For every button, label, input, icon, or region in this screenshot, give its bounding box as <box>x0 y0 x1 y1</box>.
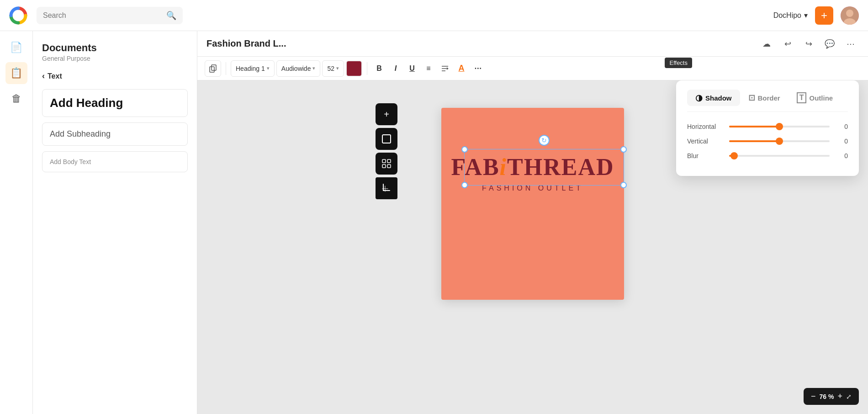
canvas-design: ↻ FABiTHREAD FASHION OUTLET <box>441 108 624 300</box>
sidebar-item-document[interactable]: 📄 <box>5 37 27 58</box>
vertical-slider-row: Vertical 0 <box>687 138 848 145</box>
svg-rect-12 <box>382 159 386 163</box>
topbar-right: DocHipo ▾ + <box>773 6 859 25</box>
font-size-select[interactable]: 52 ▾ <box>322 60 344 77</box>
rotate-handle[interactable]: ↻ <box>539 135 550 146</box>
vertical-label: Vertical <box>687 138 724 145</box>
border-tab[interactable]: ⊡ Border <box>740 90 789 106</box>
copy-format-button[interactable] <box>205 60 221 77</box>
font-family-select[interactable]: Audiowide ▾ <box>276 60 321 77</box>
canvas-sub-text: FASHION OUTLET <box>482 184 583 192</box>
add-subheading-item[interactable]: Add Subheading <box>42 122 188 146</box>
shadow-tab[interactable]: ◑ Shadow <box>687 90 740 106</box>
doc-title: Fashion Brand L... <box>206 38 286 49</box>
frame-button[interactable] <box>376 128 397 150</box>
floating-tools: + <box>376 103 397 199</box>
fullscreen-button[interactable]: ⤢ <box>846 393 852 400</box>
handle-br[interactable] <box>620 182 627 188</box>
align-button[interactable]: ≡ <box>421 61 436 76</box>
zoom-level: 76 % <box>820 393 834 400</box>
outline-tab[interactable]: T Outline <box>789 90 841 106</box>
blur-slider-track[interactable] <box>729 155 830 157</box>
horizontal-slider-row: Horizontal 0 <box>687 123 848 130</box>
horizontal-slider-track[interactable] <box>729 126 830 127</box>
outline-icon: T <box>797 92 807 103</box>
underline-button[interactable]: U <box>405 61 419 76</box>
svg-rect-13 <box>387 159 391 163</box>
more-format-button[interactable]: ⋯ <box>471 61 485 76</box>
docs-title: Documents <box>42 42 188 54</box>
blur-value: 0 <box>835 152 848 159</box>
chevron-left-icon: ‹ <box>42 71 45 81</box>
undo-button[interactable]: ↩ <box>779 36 796 52</box>
canvas-brand-text: FABiTHREAD <box>451 154 614 180</box>
grid-button[interactable] <box>376 153 397 175</box>
crop-button[interactable] <box>376 177 397 199</box>
back-to-text[interactable]: ‹ Text <box>42 71 188 81</box>
effects-panel: ◑ Shadow ⊡ Border T Outline Horizontal <box>676 80 859 176</box>
topbar: 🔍 DocHipo ▾ + <box>0 0 868 31</box>
effects-tooltip: Effects <box>665 58 692 68</box>
sidebar-item-template[interactable]: 📋 <box>5 62 27 84</box>
logo[interactable] <box>9 6 27 25</box>
handle-bl[interactable] <box>461 182 468 188</box>
add-button[interactable]: + <box>815 6 833 25</box>
more-options-button[interactable]: ⋯ <box>842 36 859 52</box>
vertical-value: 0 <box>835 138 848 145</box>
bold-button[interactable]: B <box>372 61 386 76</box>
handle-tr[interactable] <box>620 146 627 153</box>
sidebar-item-trash[interactable]: 🗑 <box>5 88 27 110</box>
brand-accent-i: i <box>500 154 507 180</box>
canvas-wrapper[interactable]: + <box>197 80 868 414</box>
search-input[interactable] <box>43 11 162 20</box>
highlight-button[interactable]: A <box>454 61 469 76</box>
format-bar: Heading 1 ▾ Audiowide ▾ 52 ▾ B I U ≡ <box>197 57 868 80</box>
search-bar[interactable]: 🔍 <box>37 7 183 24</box>
border-icon: ⊡ <box>748 93 755 103</box>
canvas-area: Fashion Brand L... ☁ ↩ ↪ 💬 ⋯ Effects H <box>197 31 868 414</box>
zoom-in-button[interactable]: + <box>837 392 842 401</box>
handle-tl[interactable] <box>461 146 468 153</box>
main-layout: 📄 📋 🗑 Documents General Purpose ‹ Text A… <box>0 31 868 414</box>
chevron-down-icon: ▾ <box>804 11 808 20</box>
add-heading-item[interactable]: Add Heading <box>42 89 188 117</box>
zoom-bar: − 76 % + ⤢ <box>804 388 859 405</box>
svg-rect-4 <box>210 67 214 72</box>
heading-select[interactable]: Heading 1 ▾ <box>231 60 275 77</box>
back-label: Text <box>48 72 62 80</box>
list-button[interactable] <box>438 61 452 76</box>
dochipo-menu[interactable]: DocHipo ▾ <box>773 11 808 20</box>
svg-point-2 <box>846 10 853 17</box>
blur-label: Blur <box>687 152 724 159</box>
blur-slider-row: Blur 0 <box>687 152 848 159</box>
size-select-caret: ▾ <box>336 65 339 71</box>
divider-2 <box>367 62 367 75</box>
cloud-save-button[interactable]: ☁ <box>758 36 775 52</box>
svg-rect-15 <box>387 165 391 168</box>
divider-1 <box>226 62 226 75</box>
toolbar-right: ☁ ↩ ↪ 💬 ⋯ <box>758 36 859 52</box>
font-select-caret: ▾ <box>312 65 315 71</box>
horizontal-value: 0 <box>835 123 848 130</box>
add-element-button[interactable]: + <box>376 103 397 125</box>
horizontal-label: Horizontal <box>687 123 724 130</box>
avatar[interactable] <box>841 6 859 25</box>
comment-button[interactable]: 💬 <box>821 36 838 52</box>
highlight-icon: A <box>459 64 465 73</box>
color-swatch[interactable] <box>346 60 362 77</box>
italic-button[interactable]: I <box>388 61 403 76</box>
docs-subtitle: General Purpose <box>42 55 188 62</box>
redo-button[interactable]: ↪ <box>800 36 817 52</box>
icon-sidebar: 📄 📋 🗑 <box>0 31 33 414</box>
svg-rect-11 <box>382 135 391 143</box>
svg-rect-14 <box>382 165 386 168</box>
heading-select-caret: ▾ <box>267 65 270 71</box>
shadow-icon: ◑ <box>695 93 703 103</box>
vertical-slider-track[interactable] <box>729 140 830 142</box>
left-panel: Documents General Purpose ‹ Text Add Hea… <box>33 31 197 414</box>
svg-rect-5 <box>212 65 216 70</box>
document-toolbar: Fashion Brand L... ☁ ↩ ↪ 💬 ⋯ Effects <box>197 31 868 57</box>
add-body-text-item[interactable]: Add Body Text <box>42 151 188 172</box>
zoom-out-button[interactable]: − <box>811 392 816 401</box>
search-icon: 🔍 <box>166 11 176 21</box>
